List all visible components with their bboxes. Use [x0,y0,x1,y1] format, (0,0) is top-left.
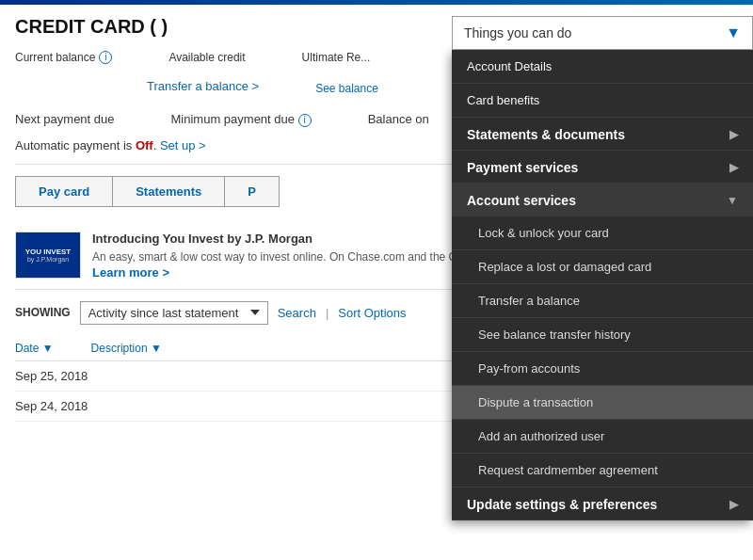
learn-more-link[interactable]: Learn more > [92,265,169,280]
menu-item-label: Account services [467,193,576,208]
setup-auto-payment-link[interactable]: Set up > [160,138,206,152]
current-balance-item: Current balance i [15,51,112,64]
promo-logo-sub: by J.P.Morgan [27,256,69,263]
more-button[interactable]: P [224,176,280,207]
things-you-can-do-menu: Account Details Card benefits Statements… [452,50,753,520]
search-link[interactable]: Search [278,306,316,320]
menu-item-card-benefits[interactable]: Card benefits [452,84,753,118]
menu-item-label: Request cardmember agreement [478,463,658,477]
next-payment-item: Next payment due [15,112,115,127]
menu-item-label: Transfer a balance [478,294,580,308]
description-column-header[interactable]: Description ▼ [91,342,162,355]
menu-item-dispute-transaction[interactable]: Dispute a transaction [452,386,753,420]
promo-content: Introducing You Invest by J.P. Morgan An… [92,232,481,280]
row-date: Sep 24, 2018 [15,399,88,413]
main-content: CREDIT CARD ( ) Current balance i Availa… [0,5,753,433]
account-services-arrow-icon: ▼ [727,194,738,207]
date-column-header[interactable]: Date ▼ [15,342,54,355]
available-credit-label: Available credit [168,51,245,64]
menu-item-label: Add an authorized user [478,429,604,443]
menu-item-label: Pay-from accounts [478,361,580,376]
balance-on-label: Balance on [368,112,429,126]
ultimate-rewards-label: Ultimate Re... [302,51,371,64]
menu-item-label: Lock & unlock your card [478,226,609,240]
auto-payment-status: Off [136,138,153,152]
dropdown-trigger-label: Things you can do [464,25,571,40]
menu-item-replace-card[interactable]: Replace a lost or damaged card [452,250,753,284]
see-balance-link[interactable]: See balance [315,82,378,95]
current-balance-label: Current balance i [15,51,112,64]
menu-item-transfer-balance[interactable]: Transfer a balance [452,284,753,318]
menu-item-request-agreement[interactable]: Request cardmember agreement [452,454,753,488]
menu-item-label: Dispute a transaction [478,395,593,409]
menu-item-update-settings[interactable]: Update settings & preferences ▶ [452,488,753,520]
available-credit-item: Available credit [168,51,245,64]
menu-item-add-authorized-user[interactable]: Add an authorized user [452,420,753,454]
promo-title: Introducing You Invest by J.P. Morgan [92,232,481,246]
menu-item-pay-from-accounts[interactable]: Pay-from accounts [452,352,753,386]
menu-item-account-services[interactable]: Account services ▼ [452,184,753,216]
transfer-balance-link[interactable]: Transfer a balance > [147,79,259,93]
statements-button[interactable]: Statements [112,176,224,207]
promo-logo: YOU INVEST by J.P.Morgan [15,232,81,279]
ultimate-rewards-item: Ultimate Re... [302,51,371,64]
payment-arrow-icon: ▶ [729,161,738,174]
activity-filter-select[interactable]: Activity since last statement [80,301,268,325]
promo-description: An easy, smart & low cost way to invest … [92,249,481,265]
filter-separator: | [326,306,328,320]
menu-item-label: Card benefits [467,93,539,107]
menu-item-label: Replace a lost or damaged card [478,260,651,274]
promo-logo-text: YOU INVEST [25,248,71,256]
menu-item-label: Statements & documents [467,127,625,142]
current-balance-info-icon[interactable]: i [99,51,112,64]
sort-options-link[interactable]: Sort Options [338,306,406,320]
min-payment-info-icon[interactable]: i [298,114,312,127]
things-you-can-do-trigger[interactable]: Things you can do ▼ [452,16,753,50]
menu-item-lock-unlock[interactable]: Lock & unlock your card [452,216,753,250]
menu-item-label: Account Details [467,59,552,73]
balance-on-item: Balance on [368,112,429,127]
filter-showing-label: SHOWING [15,306,71,319]
minimum-payment-label: Minimum payment due [171,112,296,126]
dropdown-chevron-icon: ▼ [726,24,741,41]
menu-item-balance-history[interactable]: See balance transfer history [452,318,753,352]
menu-item-account-details[interactable]: Account Details [452,50,753,84]
menu-item-label: Update settings & preferences [467,497,657,512]
next-payment-label: Next payment due [15,112,115,126]
menu-item-payment-services[interactable]: Payment services ▶ [452,151,753,184]
pay-card-button[interactable]: Pay card [15,176,112,207]
menu-item-label: Payment services [467,160,578,175]
minimum-payment-item: Minimum payment due i [171,112,312,127]
menu-item-statements-docs[interactable]: Statements & documents ▶ [452,118,753,151]
row-date: Sep 25, 2018 [15,369,88,383]
update-settings-arrow-icon: ▶ [729,498,738,511]
statements-arrow-icon: ▶ [729,128,738,141]
menu-item-label: See balance transfer history [478,328,631,342]
